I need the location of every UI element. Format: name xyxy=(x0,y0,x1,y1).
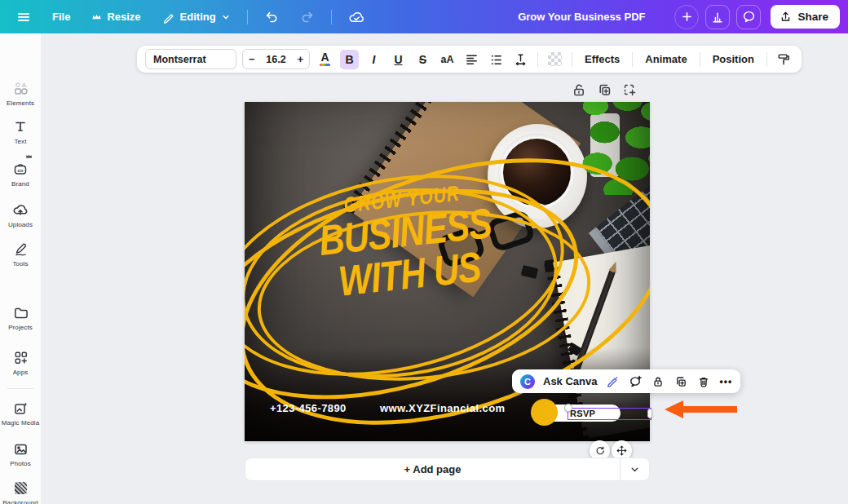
cloud-check-icon xyxy=(348,9,364,25)
sidebar-item-projects[interactable]: Projects xyxy=(0,304,41,331)
projects-folder-icon xyxy=(13,305,29,321)
topbar-divider xyxy=(247,10,248,24)
sidebar-item-background[interactable]: Background xyxy=(0,480,41,504)
sidebar-item-brand[interactable]: co Brand xyxy=(0,161,41,188)
document-title[interactable]: Grow Your Business PDF xyxy=(518,11,645,23)
undo-icon xyxy=(264,10,279,24)
file-menu-button[interactable]: File xyxy=(44,6,78,28)
canva-logo-icon: C xyxy=(520,374,535,389)
italic-button[interactable]: I xyxy=(364,50,383,69)
bar-chart-icon xyxy=(711,11,724,24)
add-page-icon-button[interactable] xyxy=(621,82,638,98)
copy-style-button[interactable] xyxy=(775,50,793,69)
more-options-button[interactable]: ••• xyxy=(719,376,732,387)
duplicate-plus-icon xyxy=(597,82,612,97)
resize-button[interactable]: Resize xyxy=(83,6,148,28)
text-color-button[interactable]: A xyxy=(316,50,334,69)
editing-mode-dropdown[interactable]: Editing xyxy=(154,6,239,29)
add-collaborator-button[interactable] xyxy=(674,5,699,29)
list-button[interactable] xyxy=(487,50,506,69)
effects-button[interactable]: Effects xyxy=(580,53,625,65)
letter-spacing-button[interactable] xyxy=(511,50,530,69)
add-page-label[interactable]: + Add page xyxy=(245,463,620,475)
text-selection-box[interactable] xyxy=(568,408,651,420)
alignment-button[interactable] xyxy=(462,50,481,69)
font-size-increase[interactable]: + xyxy=(292,54,309,65)
selection-side-handle[interactable] xyxy=(647,409,652,418)
font-size-stepper: − 16.2 + xyxy=(242,49,310,69)
font-size-value[interactable]: 16.2 xyxy=(260,54,291,65)
rsvp-yellow-dot[interactable] xyxy=(531,399,558,426)
left-sidebar: Elements Text co Brand Uploads Tools Pro… xyxy=(0,33,41,504)
duplicate-page-button[interactable] xyxy=(596,82,612,98)
comments-button[interactable] xyxy=(736,5,761,29)
element-context-toolbar: C Ask Canva ••• xyxy=(512,369,740,393)
top-bar-left: File Resize Editing xyxy=(8,4,373,30)
elements-icon xyxy=(13,81,29,96)
selection-corner-handle[interactable] xyxy=(564,404,572,412)
animate-button[interactable]: Animate xyxy=(640,53,691,65)
share-button[interactable]: Share xyxy=(771,5,840,29)
letter-spacing-icon xyxy=(514,52,528,66)
sidebar-item-tools[interactable]: Tools xyxy=(0,241,41,267)
font-size-decrease[interactable]: − xyxy=(243,54,260,65)
duplicate-element-button[interactable] xyxy=(674,374,688,389)
website-text[interactable]: www.XYZFinancial.com xyxy=(380,402,505,414)
page-controls xyxy=(571,82,638,98)
sidebar-item-magic-media[interactable]: Magic Media xyxy=(0,400,41,427)
main-menu-button[interactable] xyxy=(8,5,39,29)
underline-button[interactable]: U xyxy=(389,50,408,69)
font-family-select[interactable]: Montserrat xyxy=(145,49,236,69)
align-left-icon xyxy=(465,52,479,66)
collapse-page-button[interactable] xyxy=(620,458,649,480)
canva-editor: File Resize Editing Grow Your Busine xyxy=(0,0,848,504)
bullet-list-icon xyxy=(489,52,503,66)
svg-text:co: co xyxy=(17,168,23,173)
add-page-bar[interactable]: + Add page xyxy=(245,458,650,481)
sidebar-item-apps[interactable]: Apps xyxy=(0,349,41,376)
rainbow-underline xyxy=(320,64,330,66)
chevron-down-icon xyxy=(629,464,640,475)
phone-text[interactable]: +123-456-7890 xyxy=(270,402,347,414)
bold-button[interactable]: B xyxy=(340,50,359,69)
magic-edit-button[interactable] xyxy=(605,374,620,389)
sidebar-item-photos[interactable]: Photos xyxy=(0,440,41,467)
insights-button[interactable] xyxy=(705,5,730,29)
magic-media-icon xyxy=(13,400,29,416)
delete-element-button[interactable] xyxy=(696,374,711,389)
paint-roller-icon xyxy=(777,52,791,66)
magic-pen-icon xyxy=(606,374,620,388)
share-label: Share xyxy=(797,11,828,23)
text-icon xyxy=(13,119,28,134)
trash-icon xyxy=(697,375,710,388)
resize-label: Resize xyxy=(107,11,140,23)
top-bar: File Resize Editing Grow Your Busine xyxy=(0,0,848,33)
lock-page-button[interactable] xyxy=(571,82,587,98)
sidebar-divider xyxy=(7,388,33,389)
strikethrough-button[interactable]: S xyxy=(413,50,432,69)
crown-badge-icon xyxy=(25,153,33,159)
background-pattern-icon xyxy=(15,482,27,494)
toolbar-divider xyxy=(572,52,572,67)
transparency-button[interactable] xyxy=(545,50,564,69)
text-case-button[interactable]: aA xyxy=(438,50,457,69)
add-comment-button[interactable] xyxy=(628,374,643,389)
sidebar-item-text[interactable]: Text xyxy=(0,118,41,145)
undo-button[interactable] xyxy=(256,5,287,29)
comment-plus-icon xyxy=(629,374,643,388)
position-button[interactable]: Position xyxy=(708,53,759,65)
lock-open-icon xyxy=(572,82,586,97)
photos-icon xyxy=(13,441,29,457)
topbar-divider xyxy=(331,10,332,24)
add-page-plus-icon xyxy=(622,82,637,97)
cloud-save-status[interactable] xyxy=(340,4,373,30)
lock-icon xyxy=(651,375,665,388)
tools-pen-icon xyxy=(13,241,29,257)
brand-icon: co xyxy=(12,161,29,177)
lock-element-button[interactable] xyxy=(651,374,665,389)
sidebar-item-uploads[interactable]: Uploads xyxy=(0,201,41,228)
share-upload-icon xyxy=(780,11,792,23)
redo-button[interactable] xyxy=(292,5,323,29)
ask-canva-button[interactable]: Ask Canva xyxy=(543,375,597,387)
sidebar-item-elements[interactable]: Elements xyxy=(0,80,41,107)
